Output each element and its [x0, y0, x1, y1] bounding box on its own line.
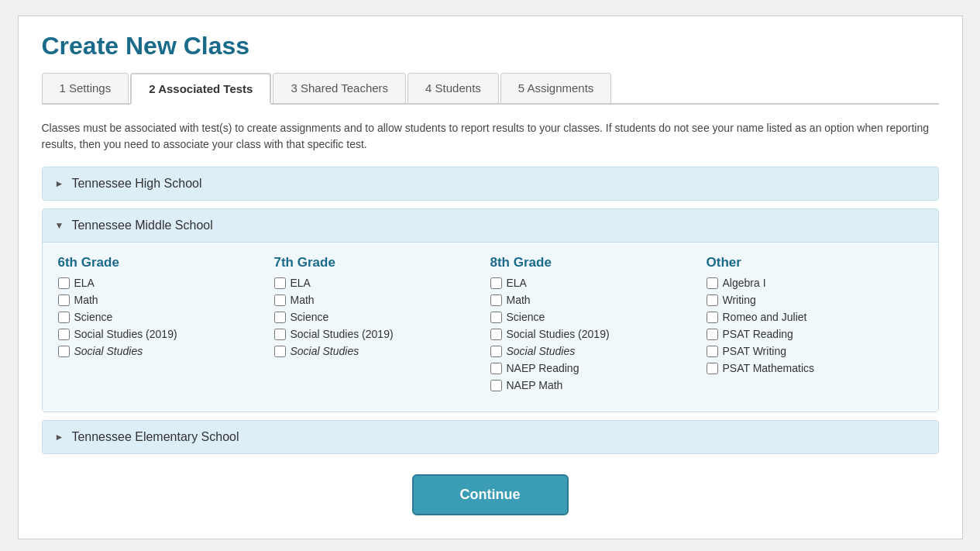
checkbox-input-6th-science[interactable] — [58, 312, 70, 323]
tab-settings[interactable]: 1 Settings — [42, 73, 129, 103]
checkbox-6th-ela[interactable]: ELA — [58, 277, 266, 289]
chevron-right-icon-elementary: ► — [55, 432, 64, 443]
checkbox-input-8th-social-studies-2019[interactable] — [490, 329, 502, 340]
checkbox-input-6th-math[interactable] — [58, 294, 70, 306]
checkbox-input-other-psat-reading[interactable] — [707, 329, 718, 340]
checkbox-8th-math[interactable]: Math — [490, 294, 699, 306]
checkbox-other-writing[interactable]: Writing — [707, 294, 915, 306]
section-title-tn-middle-school: Tennessee Middle School — [71, 219, 212, 232]
tab-shared-teachers[interactable]: 3 Shared Teachers — [273, 73, 406, 103]
checkbox-6th-science[interactable]: Science — [58, 311, 266, 323]
checkbox-input-7th-social-studies-2019[interactable] — [274, 329, 286, 340]
section-header-tn-middle-school[interactable]: ▼ Tennessee Middle School — [43, 209, 938, 243]
checkbox-input-7th-math[interactable] — [274, 294, 286, 306]
section-tn-middle-school: ▼ Tennessee Middle School 6th Grade ELA … — [42, 208, 939, 412]
checkbox-input-other-writing[interactable] — [707, 294, 718, 306]
tab-students[interactable]: 4 Students — [407, 73, 499, 103]
checkbox-other-psat-mathematics[interactable]: PSAT Mathematics — [707, 362, 915, 374]
checkbox-input-7th-ela[interactable] — [274, 277, 286, 289]
checkbox-input-8th-math[interactable] — [490, 294, 502, 306]
checkbox-input-other-algebra-i[interactable] — [707, 277, 718, 289]
tab-associated-tests[interactable]: 2 Associated Tests — [130, 73, 271, 105]
checkbox-8th-ela[interactable]: ELA — [490, 277, 699, 289]
checkbox-other-psat-reading[interactable]: PSAT Reading — [707, 328, 915, 340]
section-header-tn-elementary-school[interactable]: ► Tennessee Elementary School — [43, 421, 938, 453]
section-content-tn-middle-school: 6th Grade ELA Math Science — [43, 243, 938, 412]
checkbox-7th-ela[interactable]: ELA — [274, 277, 483, 289]
checkbox-6th-social-studies[interactable]: Social Studies — [58, 345, 266, 357]
checkbox-7th-social-studies[interactable]: Social Studies — [274, 345, 483, 357]
checkbox-input-other-psat-mathematics[interactable] — [707, 363, 718, 374]
checkbox-8th-social-studies[interactable]: Social Studies — [490, 345, 699, 357]
section-title-tn-high-school: Tennessee High School — [71, 177, 201, 191]
checkbox-input-8th-naep-math[interactable] — [490, 380, 502, 391]
checkbox-8th-naep-math[interactable]: NAEP Math — [490, 379, 699, 391]
section-tn-high-school: ► Tennessee High School — [42, 167, 939, 201]
checkbox-8th-social-studies-2019[interactable]: Social Studies (2019) — [490, 328, 699, 340]
checkbox-input-6th-ela[interactable] — [58, 277, 70, 289]
checkbox-input-other-romeo-juliet[interactable] — [707, 312, 718, 323]
checkbox-other-psat-writing[interactable]: PSAT Writing — [707, 345, 915, 357]
tab-bar: 1 Settings 2 Associated Tests 3 Shared T… — [42, 73, 939, 105]
checkbox-input-8th-naep-reading[interactable] — [490, 363, 502, 374]
checkbox-input-other-psat-writing[interactable] — [707, 346, 718, 357]
grade-col-7th: 7th Grade ELA Math Science — [274, 255, 490, 396]
page-container: Create New Class 1 Settings 2 Associated… — [18, 15, 963, 539]
checkbox-7th-science[interactable]: Science — [274, 311, 483, 323]
continue-button[interactable]: Continue — [412, 474, 569, 515]
grade-heading-7th: 7th Grade — [274, 255, 483, 270]
checkbox-8th-science[interactable]: Science — [490, 311, 699, 323]
checkbox-input-6th-social-studies-2019[interactable] — [58, 329, 70, 340]
checkbox-input-8th-science[interactable] — [490, 312, 502, 323]
chevron-down-icon: ▼ — [55, 220, 64, 231]
grade-col-8th: 8th Grade ELA Math Science — [490, 255, 707, 396]
grade-col-6th: 6th Grade ELA Math Science — [58, 255, 274, 396]
section-tn-elementary-school: ► Tennessee Elementary School — [42, 420, 939, 454]
checkbox-7th-social-studies-2019[interactable]: Social Studies (2019) — [274, 328, 483, 340]
grade-columns: 6th Grade ELA Math Science — [58, 255, 923, 396]
grade-col-other: Other Algebra I Writing Romeo and Juliet — [707, 255, 923, 396]
checkbox-8th-naep-reading[interactable]: NAEP Reading — [490, 362, 699, 374]
checkbox-input-6th-social-studies[interactable] — [58, 346, 70, 357]
continue-row: Continue — [42, 474, 939, 515]
page-title: Create New Class — [42, 32, 939, 60]
info-text: Classes must be associated with test(s) … — [42, 120, 939, 153]
grade-heading-8th: 8th Grade — [490, 255, 699, 270]
grade-heading-6th: 6th Grade — [58, 255, 266, 270]
tab-assignments[interactable]: 5 Assignments — [500, 73, 612, 103]
checkbox-7th-math[interactable]: Math — [274, 294, 483, 306]
chevron-right-icon: ► — [55, 178, 64, 189]
checkbox-other-algebra-i[interactable]: Algebra I — [707, 277, 915, 289]
checkbox-other-romeo-juliet[interactable]: Romeo and Juliet — [707, 311, 915, 323]
checkbox-6th-social-studies-2019[interactable]: Social Studies (2019) — [58, 328, 266, 340]
section-title-tn-elementary-school: Tennessee Elementary School — [71, 430, 239, 444]
checkbox-6th-math[interactable]: Math — [58, 294, 266, 306]
checkbox-input-8th-social-studies[interactable] — [490, 346, 502, 357]
grade-heading-other: Other — [707, 255, 915, 270]
section-header-tn-high-school[interactable]: ► Tennessee High School — [43, 167, 938, 200]
checkbox-input-7th-science[interactable] — [274, 312, 286, 323]
checkbox-input-7th-social-studies[interactable] — [274, 346, 286, 357]
checkbox-input-8th-ela[interactable] — [490, 277, 502, 289]
